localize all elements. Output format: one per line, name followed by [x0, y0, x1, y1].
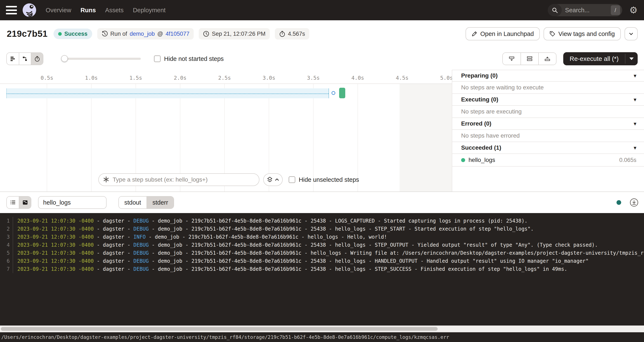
- view-tags-config-label: View tags and config: [558, 30, 615, 38]
- step-subset-row: Hide unselected steps: [0, 173, 452, 186]
- run-of-at: @: [157, 31, 163, 37]
- run-of-tag: Run of demo_job @ 4f105077: [97, 28, 194, 40]
- log-line-4: 42023-09-21 12:07:30 -0400 - dagster - D…: [0, 241, 644, 249]
- caret-down-icon[interactable]: ▾: [634, 72, 636, 79]
- search-box[interactable]: /: [548, 4, 622, 16]
- nav-item-assets[interactable]: Assets: [105, 7, 124, 14]
- log-filter-input[interactable]: [38, 196, 106, 209]
- axis-tick: 5.0s: [440, 75, 453, 81]
- gutter-divider: [10, 217, 13, 225]
- expand-all-button[interactable]: [538, 53, 556, 65]
- nav-item-overview[interactable]: Overview: [46, 7, 71, 14]
- step-name: hello_logs: [468, 157, 495, 164]
- job-link[interactable]: demo_job: [130, 31, 155, 37]
- gutter-divider: [10, 265, 13, 273]
- view-tags-config-button[interactable]: View tags and config: [544, 27, 621, 40]
- log-path-footer: /Users/erincochran/Desktop/dagster-examp…: [0, 332, 644, 342]
- duration-tag: 4.567s: [275, 28, 309, 40]
- raw-log-view-button[interactable]: [19, 196, 31, 208]
- log-text: 2023-09-21 12:07:30 -0400 - dagster - DE…: [13, 258, 588, 264]
- list-view-icon: [10, 200, 16, 206]
- section-header-executing[interactable]: Executing (0)▾: [452, 94, 644, 106]
- log-toolbar: stdout stderr: [0, 192, 644, 213]
- line-number: 3: [0, 234, 10, 240]
- console-view-icon: [22, 200, 28, 206]
- log-line-3: 32023-09-21 12:07:30 -0400 - dagster - I…: [0, 233, 644, 241]
- step-row-hello_logs[interactable]: hello_logs0.065s: [452, 154, 644, 166]
- zoom-slider[interactable]: [62, 58, 141, 60]
- op-selector-icon: [103, 176, 109, 183]
- graph-query-toggle-button[interactable]: [263, 173, 283, 186]
- step-waiting-band: [6, 88, 329, 98]
- hide-not-started-checkbox[interactable]: Hide not started steps: [154, 56, 224, 62]
- collapse-all-button[interactable]: [503, 53, 520, 65]
- checkbox-icon[interactable]: [288, 176, 295, 183]
- flat-view-icon: [10, 56, 16, 62]
- reexecute-options-button[interactable]: [626, 52, 638, 65]
- step-subset-field[interactable]: [98, 173, 260, 186]
- log-filter-field[interactable]: [38, 196, 106, 209]
- section-header-errored[interactable]: Errored (0)▾: [452, 118, 644, 130]
- caret-down-icon[interactable]: ▾: [634, 120, 636, 127]
- step-success-bar[interactable]: [339, 88, 345, 98]
- step-subset-input[interactable]: [98, 173, 260, 186]
- step-duration: 0.065s: [619, 157, 636, 164]
- top-nav: OverviewRunsAssetsDeployment / ⚙: [0, 0, 644, 20]
- log-line-2: 22023-09-21 12:07:30 -0400 - dagster - D…: [0, 225, 644, 233]
- open-in-launchpad-label: Open in Launchpad: [480, 30, 534, 38]
- flat-view-button[interactable]: [7, 53, 19, 65]
- nav-item-runs[interactable]: Runs: [80, 7, 96, 14]
- reexecute-all-button[interactable]: Re-execute all (*): [563, 52, 638, 65]
- axis-tick: 3.0s: [262, 75, 275, 81]
- chevron-down-icon: [628, 31, 634, 36]
- search-input[interactable]: [562, 7, 611, 14]
- status-label: Success: [64, 31, 88, 37]
- axis-tick: 4.0s: [352, 75, 364, 81]
- section-title: Executing (0): [461, 96, 498, 103]
- clock-icon: [203, 31, 209, 37]
- axis-tick: 0.5s: [40, 75, 53, 81]
- horizontal-scrollbar[interactable]: [0, 326, 644, 332]
- run-steps-panel: Preparing (0)▾No steps are waiting to ex…: [452, 70, 644, 166]
- waterfall-view-icon: [22, 56, 28, 62]
- hide-unselected-label: Hide unselected steps: [299, 176, 359, 183]
- tab-stderr[interactable]: stderr: [146, 196, 174, 208]
- menu-icon[interactable]: [6, 6, 17, 14]
- dagster-logo[interactable]: [22, 3, 36, 17]
- gear-icon[interactable]: ⚙: [630, 6, 638, 15]
- waterfall-view-button[interactable]: [19, 53, 31, 65]
- step-success-dot: [461, 158, 465, 162]
- open-in-launchpad-button[interactable]: Open in Launchpad: [466, 27, 540, 40]
- nav-item-deployment[interactable]: Deployment: [133, 7, 166, 14]
- log-line-5: 52023-09-21 12:07:30 -0400 - dagster - D…: [0, 249, 644, 257]
- log-text: 2023-09-21 12:07:30 -0400 - dagster - DE…: [13, 250, 644, 256]
- section-header-preparing[interactable]: Preparing (0)▾: [452, 70, 644, 82]
- rows-view-button[interactable]: [520, 53, 538, 65]
- chevron-up-icon: [275, 177, 279, 182]
- gutter-divider: [10, 225, 13, 233]
- section-title: Preparing (0): [461, 72, 498, 79]
- hide-not-started-label: Hide not started steps: [164, 56, 224, 62]
- scrollbar-thumb[interactable]: [1, 327, 438, 331]
- axis-tick: 1.0s: [85, 75, 98, 81]
- tab-stdout[interactable]: stdout: [119, 196, 146, 208]
- more-actions-button[interactable]: [624, 27, 638, 40]
- step-marker-circle[interactable]: [332, 91, 335, 95]
- caret-down-icon[interactable]: ▾: [634, 144, 636, 151]
- zoom-slider-handle[interactable]: [61, 55, 68, 62]
- axis-tick: 2.5s: [218, 75, 231, 81]
- log-output: 12023-09-21 12:07:30 -0400 - dagster - D…: [0, 213, 644, 326]
- timed-view-button[interactable]: [31, 53, 43, 65]
- download-log-icon[interactable]: [630, 198, 638, 207]
- event-list-view-button[interactable]: [7, 196, 19, 208]
- search-shortcut-key: /: [611, 5, 620, 15]
- caret-down-icon[interactable]: ▾: [634, 96, 636, 103]
- main-nav: OverviewRunsAssetsDeployment: [46, 7, 166, 14]
- history-icon: [102, 31, 108, 37]
- line-number: 4: [0, 242, 10, 248]
- log-text: 2023-09-21 12:07:30 -0400 - dagster - DE…: [13, 226, 534, 232]
- checkbox-icon[interactable]: [154, 56, 161, 62]
- hide-unselected-checkbox[interactable]: Hide unselected steps: [288, 176, 359, 183]
- commit-link[interactable]: 4f105077: [166, 31, 190, 37]
- section-header-succeeded[interactable]: Succeeded (1)▾: [452, 142, 644, 154]
